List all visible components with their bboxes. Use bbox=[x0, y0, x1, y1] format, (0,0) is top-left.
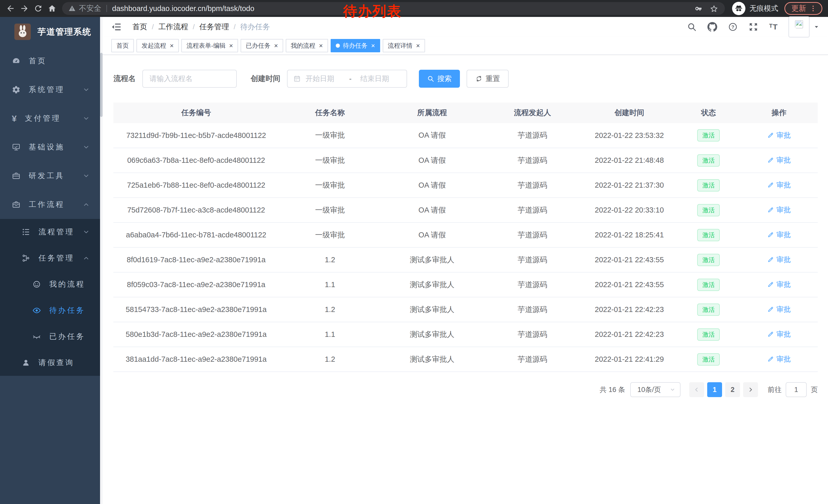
approve-label: 审批 bbox=[777, 180, 791, 190]
avatar[interactable] bbox=[788, 16, 810, 37]
cell-initiator: 芋道源码 bbox=[483, 322, 582, 347]
sidebar-item-研发工具[interactable]: 研发工具 bbox=[0, 162, 100, 190]
bookmark-star-icon[interactable] bbox=[710, 4, 718, 13]
tab-流程详情[interactable]: 流程详情× bbox=[383, 39, 425, 52]
search-button[interactable]: 搜索 bbox=[419, 70, 460, 88]
cell-initiator: 芋道源码 bbox=[483, 247, 582, 272]
sidebar-item-label: 支付管理 bbox=[25, 113, 83, 124]
cell-action: 审批 bbox=[740, 198, 818, 223]
approve-link[interactable]: 审批 bbox=[767, 155, 791, 165]
sidebar-item-系统管理[interactable]: 系统管理 bbox=[0, 75, 100, 104]
close-icon[interactable]: × bbox=[274, 42, 278, 49]
goto-page-input[interactable] bbox=[786, 382, 807, 397]
cell-process: 测试多审批人 bbox=[381, 272, 483, 297]
sidebar-item-首页[interactable]: 首页 bbox=[0, 47, 100, 75]
sidebar-item-基础设施[interactable]: 基础设施 bbox=[0, 133, 100, 162]
scrollbar-thumb[interactable] bbox=[100, 53, 102, 117]
tab-发起流程[interactable]: 发起流程× bbox=[136, 39, 179, 52]
password-key-icon[interactable] bbox=[694, 4, 703, 13]
pager: 12 bbox=[689, 382, 758, 397]
tab-已办任务[interactable]: 已办任务× bbox=[241, 39, 283, 52]
search-icon[interactable] bbox=[687, 22, 697, 32]
browser-forward-icon[interactable] bbox=[17, 2, 31, 15]
date-range-picker[interactable]: 开始日期 - 结束日期 bbox=[287, 70, 407, 88]
sidebar-item-label: 请假查询 bbox=[38, 358, 100, 368]
sidebar-item-工作流程[interactable]: 工作流程 bbox=[0, 190, 100, 219]
app-logo bbox=[14, 24, 31, 40]
approve-label: 审批 bbox=[777, 131, 791, 140]
sidebar-item-流程管理[interactable]: 流程管理 bbox=[0, 219, 100, 245]
sidebar-logo-row[interactable]: 芋道管理系统 bbox=[0, 17, 100, 47]
table-row: 725a1eb6-7b88-11ec-8ef0-acde48001122一级审批… bbox=[113, 173, 818, 198]
cell-process: 测试多审批人 bbox=[381, 347, 483, 372]
close-icon[interactable]: × bbox=[170, 42, 174, 49]
approve-link[interactable]: 审批 bbox=[767, 305, 791, 314]
process-name-input[interactable] bbox=[142, 70, 237, 88]
fullscreen-icon[interactable] bbox=[748, 22, 758, 32]
approve-link[interactable]: 审批 bbox=[767, 180, 791, 190]
cell-task-name: 1.1 bbox=[279, 322, 381, 347]
cell-task-id: a6aba0a4-7b6d-11ec-b781-acde48001122 bbox=[113, 223, 279, 247]
sidebar: 芋道管理系统 首页系统管理¥支付管理基础设施研发工具工作流程流程管理任务管理我的… bbox=[0, 17, 100, 504]
breadcrumb-item[interactable]: 首页 bbox=[132, 22, 147, 32]
tab-流程表单-编辑[interactable]: 流程表单-编辑× bbox=[181, 39, 238, 52]
approve-label: 审批 bbox=[777, 205, 791, 215]
table-row: 75d72608-7b7f-11ec-a3c8-acde48001122一级审批… bbox=[113, 198, 818, 223]
sidebar-item-label: 流程管理 bbox=[38, 227, 83, 237]
sidebar-item-支付管理[interactable]: ¥支付管理 bbox=[0, 104, 100, 133]
browser-back-icon[interactable] bbox=[4, 2, 17, 15]
approve-link[interactable]: 审批 bbox=[767, 131, 791, 140]
github-icon[interactable] bbox=[707, 22, 717, 32]
tab-首页[interactable]: 首页 bbox=[111, 39, 134, 52]
sidebar-item-我的流程[interactable]: 我的流程 bbox=[0, 271, 100, 297]
approve-link[interactable]: 审批 bbox=[767, 354, 791, 364]
page-button-1[interactable]: 1 bbox=[707, 382, 722, 397]
tab-我的流程[interactable]: 我的流程× bbox=[286, 39, 328, 52]
cell-initiator: 芋道源码 bbox=[483, 223, 582, 247]
gear-icon bbox=[12, 85, 20, 94]
approve-link[interactable]: 审批 bbox=[767, 230, 791, 240]
approve-link[interactable]: 审批 bbox=[767, 280, 791, 289]
sidebar-toggle-icon[interactable] bbox=[111, 22, 122, 32]
cell-action: 审批 bbox=[740, 347, 818, 372]
user-icon bbox=[22, 358, 30, 367]
breadcrumb-item[interactable]: 工作流程 bbox=[159, 22, 188, 32]
approve-link[interactable]: 审批 bbox=[767, 329, 791, 339]
search-button-icon bbox=[427, 75, 434, 82]
pagination: 共 16 条 10条/页 12 前往 页 bbox=[113, 382, 818, 397]
approve-link[interactable]: 审批 bbox=[767, 255, 791, 265]
cell-process: 测试多审批人 bbox=[381, 322, 483, 347]
browser-reload-icon[interactable] bbox=[31, 2, 45, 15]
close-icon[interactable]: × bbox=[319, 42, 323, 49]
next-page-button[interactable] bbox=[743, 382, 758, 397]
breadcrumb-item[interactable]: 任务管理 bbox=[199, 22, 229, 32]
cell-task-id: 381aa1dd-7ac8-11ec-a9e2-a2380e71991a bbox=[113, 347, 279, 372]
sidebar-item-已办任务[interactable]: 已办任务 bbox=[0, 324, 100, 350]
close-icon[interactable]: × bbox=[416, 42, 420, 49]
sidebar-item-任务管理[interactable]: 任务管理 bbox=[0, 245, 100, 271]
close-icon[interactable]: × bbox=[371, 42, 375, 49]
cell-created: 2022-01-21 22:43:55 bbox=[582, 247, 677, 272]
reset-button[interactable]: 重置 bbox=[466, 70, 509, 88]
sidebar-item-label: 基础设施 bbox=[29, 142, 83, 152]
browser-menu-dots-icon[interactable] bbox=[809, 5, 817, 12]
browser-update-button[interactable]: 更新 bbox=[784, 2, 822, 15]
browser-home-icon[interactable] bbox=[45, 2, 59, 15]
cell-task-name: 一级审批 bbox=[279, 148, 381, 173]
approve-link[interactable]: 审批 bbox=[767, 205, 791, 215]
page-button-2[interactable]: 2 bbox=[725, 382, 740, 397]
avatar-caret-down-icon[interactable] bbox=[814, 24, 819, 30]
create-time-label: 创建时间 bbox=[251, 74, 280, 84]
sidebar-scrollbar[interactable] bbox=[100, 17, 102, 504]
tab-待办任务[interactable]: 待办任务× bbox=[331, 39, 380, 52]
cell-task-name: 一级审批 bbox=[279, 198, 381, 223]
tab-label: 流程详情 bbox=[388, 42, 412, 50]
not-secure-label: 不安全 bbox=[79, 3, 101, 13]
help-icon[interactable]: ? bbox=[728, 22, 738, 32]
font-size-icon[interactable]: TT bbox=[769, 22, 778, 31]
close-icon[interactable]: × bbox=[229, 42, 233, 49]
sidebar-item-待办任务[interactable]: 待办任务 bbox=[0, 297, 100, 324]
prev-page-button[interactable] bbox=[689, 382, 704, 397]
page-size-select[interactable]: 10条/页 bbox=[630, 382, 680, 397]
sidebar-item-请假查询[interactable]: 请假查询 bbox=[0, 350, 100, 376]
